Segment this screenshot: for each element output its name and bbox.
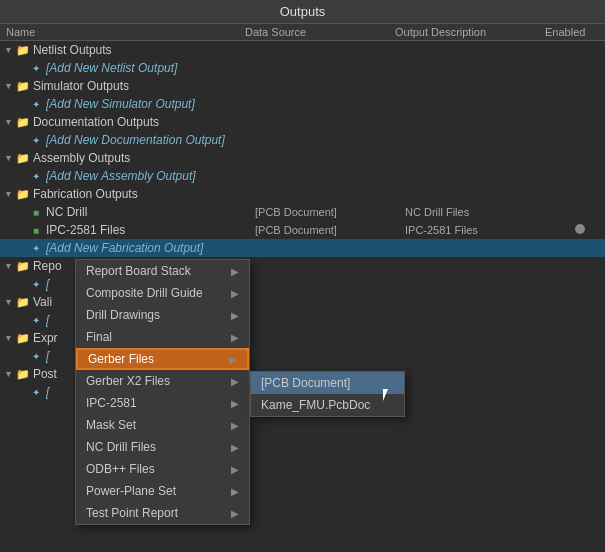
add-new-label[interactable]: [Add New Simulator Output] — [46, 97, 195, 111]
tree-item-label: Expr — [33, 331, 58, 345]
chevron-icon[interactable]: ▼ — [4, 297, 13, 307]
add-icon: ✦ — [28, 96, 44, 112]
header-title: Outputs — [280, 4, 326, 19]
add-new-label[interactable]: [ — [46, 313, 49, 327]
add-icon: ✦ — [28, 168, 44, 184]
tree-item-label: Post — [33, 367, 57, 381]
submenu-kame-fmu[interactable]: Kame_FMU.PcbDoc — [251, 394, 404, 416]
ctx-item-label: Drill Drawings — [86, 308, 160, 322]
add-icon: ✦ — [28, 132, 44, 148]
tree-row[interactable]: ▼ 📁 Fabrication Outputs — [0, 185, 605, 203]
ctx-item-label: Composite Drill Guide — [86, 286, 203, 300]
tree-item-label: Netlist Outputs — [33, 43, 112, 57]
tree-item-label: Repo — [33, 259, 62, 273]
arrow-icon: ▶ — [231, 288, 239, 299]
mouse-cursor — [383, 389, 395, 405]
chevron-icon[interactable]: ▼ — [4, 117, 13, 127]
folder-icon: 📁 — [15, 294, 31, 310]
ctx-gerber-x2[interactable]: Gerber X2 Files ▶ — [76, 370, 249, 392]
tree-item-label: Fabrication Outputs — [33, 187, 138, 201]
tree-row[interactable]: ✦ [Add New Netlist Output] — [0, 59, 605, 77]
ctx-mask-set[interactable]: Mask Set ▶ — [76, 414, 249, 436]
arrow-icon: ▶ — [229, 354, 237, 365]
file-icon: ■ — [28, 204, 44, 220]
arrow-icon: ▶ — [231, 376, 239, 387]
arrow-icon: ▶ — [231, 420, 239, 431]
ctx-test-point-report[interactable]: Test Point Report ▶ — [76, 502, 249, 524]
tree-row[interactable]: ▼ 📁 Simulator Outputs — [0, 77, 605, 95]
tree-row[interactable]: ✦ [Add New Simulator Output] — [0, 95, 605, 113]
add-new-label[interactable]: [ — [46, 349, 49, 363]
submenu: [PCB Document] Kame_FMU.PcbDoc — [250, 371, 405, 417]
enabled-circle — [575, 224, 585, 234]
chevron-icon[interactable]: ▼ — [4, 189, 13, 199]
folder-icon: 📁 — [15, 186, 31, 202]
add-icon: ✦ — [28, 240, 44, 256]
col-desc-header: Output Description — [395, 26, 545, 38]
ctx-report-board-stack[interactable]: Report Board Stack ▶ — [76, 260, 249, 282]
folder-icon: 📁 — [15, 150, 31, 166]
tree-item-label: Vali — [33, 295, 52, 309]
tree-row[interactable]: ✦ [Add New Documentation Output] — [0, 131, 605, 149]
ctx-final[interactable]: Final ▶ — [76, 326, 249, 348]
chevron-icon[interactable]: ▼ — [4, 153, 13, 163]
add-fabrication-row[interactable]: ✦ [Add New Fabrication Output] — [0, 239, 605, 257]
outputs-header: Outputs — [0, 0, 605, 24]
add-icon: ✦ — [28, 348, 44, 364]
desc-val: NC Drill Files — [405, 206, 555, 218]
tree-area: ▼ 📁 Netlist Outputs ✦ [Add New Netlist O… — [0, 41, 605, 552]
ctx-nc-drill-files[interactable]: NC Drill Files ▶ — [76, 436, 249, 458]
chevron-icon[interactable]: ▼ — [4, 261, 13, 271]
arrow-icon: ▶ — [231, 310, 239, 321]
tree-row[interactable]: ▼ 📁 Netlist Outputs — [0, 41, 605, 59]
submenu-pcb-document[interactable]: [PCB Document] — [251, 372, 404, 394]
tree-row[interactable]: ■ IPC-2581 Files [PCB Document] IPC-2581… — [0, 221, 605, 239]
folder-icon: 📁 — [15, 114, 31, 130]
col-source-header: Data Source — [245, 26, 395, 38]
tree-row[interactable]: ▼ 📁 Assembly Outputs — [0, 149, 605, 167]
ctx-power-plane-set[interactable]: Power-Plane Set ▶ — [76, 480, 249, 502]
desc-val: IPC-2581 Files — [405, 224, 555, 236]
ctx-item-label: Final — [86, 330, 112, 344]
folder-icon: 📁 — [15, 42, 31, 58]
folder-icon: 📁 — [15, 366, 31, 382]
add-new-label[interactable]: [Add New Netlist Output] — [46, 61, 177, 75]
arrow-icon: ▶ — [231, 332, 239, 343]
source-val: [PCB Document] — [255, 224, 405, 236]
ctx-ipc2581[interactable]: IPC-2581 ▶ — [76, 392, 249, 414]
main-panel: Outputs Name Data Source Output Descript… — [0, 0, 605, 552]
tree-row[interactable]: ✦ [Add New Assembly Output] — [0, 167, 605, 185]
ctx-item-label: Report Board Stack — [86, 264, 191, 278]
chevron-icon[interactable]: ▼ — [4, 333, 13, 343]
tree-row[interactable]: ▼ 📁 Documentation Outputs — [0, 113, 605, 131]
ctx-composite-drill[interactable]: Composite Drill Guide ▶ — [76, 282, 249, 304]
add-new-label[interactable]: [Add New Fabrication Output] — [46, 241, 203, 255]
arrow-icon: ▶ — [231, 464, 239, 475]
tree-item-label: Documentation Outputs — [33, 115, 159, 129]
ctx-item-label: Test Point Report — [86, 506, 178, 520]
arrow-icon: ▶ — [231, 398, 239, 409]
col-enabled-header: Enabled — [545, 26, 595, 38]
chevron-icon[interactable]: ▼ — [4, 45, 13, 55]
ctx-gerber-files[interactable]: Gerber Files ▶ — [76, 348, 249, 370]
add-icon: ✦ — [28, 384, 44, 400]
arrow-icon: ▶ — [231, 486, 239, 497]
add-new-label[interactable]: [Add New Assembly Output] — [46, 169, 196, 183]
ctx-odb-files[interactable]: ODB++ Files ▶ — [76, 458, 249, 480]
tree-item-label: IPC-2581 Files — [46, 223, 255, 237]
arrow-icon: ▶ — [231, 442, 239, 453]
chevron-icon[interactable]: ▼ — [4, 369, 13, 379]
add-new-label[interactable]: [Add New Documentation Output] — [46, 133, 225, 147]
add-icon: ✦ — [28, 276, 44, 292]
context-menu: Report Board Stack ▶ Composite Drill Gui… — [75, 259, 250, 525]
add-new-label[interactable]: [ — [46, 385, 49, 399]
arrow-icon: ▶ — [231, 508, 239, 519]
ctx-drill-drawings[interactable]: Drill Drawings ▶ — [76, 304, 249, 326]
add-new-label[interactable]: [ — [46, 277, 49, 291]
ctx-item-label: NC Drill Files — [86, 440, 156, 454]
folder-icon: 📁 — [15, 78, 31, 94]
ctx-item-label: Mask Set — [86, 418, 136, 432]
tree-row[interactable]: ■ NC Drill [PCB Document] NC Drill Files — [0, 203, 605, 221]
ctx-item-label: Gerber X2 Files — [86, 374, 170, 388]
chevron-icon[interactable]: ▼ — [4, 81, 13, 91]
